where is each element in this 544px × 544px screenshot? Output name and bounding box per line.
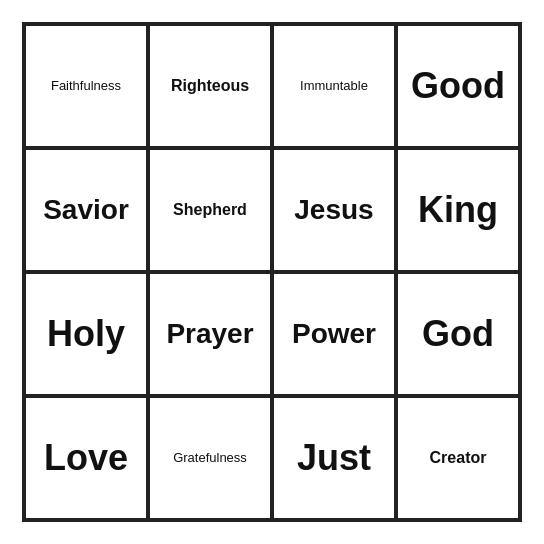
cell-r1c3: King bbox=[396, 148, 520, 272]
cell-r0c0: Faithfulness bbox=[24, 24, 148, 148]
cell-text-r3c2: Just bbox=[297, 438, 371, 478]
cell-text-r1c0: Savior bbox=[43, 195, 129, 226]
cell-r3c3: Creator bbox=[396, 396, 520, 520]
cell-text-r1c3: King bbox=[418, 190, 498, 230]
cell-r1c0: Savior bbox=[24, 148, 148, 272]
cell-r0c2: Immuntable bbox=[272, 24, 396, 148]
cell-r2c2: Power bbox=[272, 272, 396, 396]
cell-text-r2c1: Prayer bbox=[166, 319, 253, 350]
cell-text-r3c1: Gratefulness bbox=[173, 451, 247, 465]
cell-r2c3: God bbox=[396, 272, 520, 396]
cell-text-r1c1: Shepherd bbox=[173, 201, 247, 219]
bingo-grid: FaithfulnessRighteousImmuntableGoodSavio… bbox=[22, 22, 522, 522]
cell-r0c3: Good bbox=[396, 24, 520, 148]
cell-text-r2c2: Power bbox=[292, 319, 376, 350]
cell-r1c2: Jesus bbox=[272, 148, 396, 272]
cell-text-r0c3: Good bbox=[411, 66, 505, 106]
cell-r3c2: Just bbox=[272, 396, 396, 520]
cell-text-r0c2: Immuntable bbox=[300, 79, 368, 93]
cell-text-r2c3: God bbox=[422, 314, 494, 354]
cell-text-r3c3: Creator bbox=[430, 449, 487, 467]
cell-r1c1: Shepherd bbox=[148, 148, 272, 272]
cell-text-r1c2: Jesus bbox=[294, 195, 373, 226]
cell-r2c1: Prayer bbox=[148, 272, 272, 396]
cell-r3c0: Love bbox=[24, 396, 148, 520]
cell-text-r2c0: Holy bbox=[47, 314, 125, 354]
cell-r2c0: Holy bbox=[24, 272, 148, 396]
cell-text-r0c1: Righteous bbox=[171, 77, 249, 95]
cell-r3c1: Gratefulness bbox=[148, 396, 272, 520]
cell-r0c1: Righteous bbox=[148, 24, 272, 148]
cell-text-r3c0: Love bbox=[44, 438, 128, 478]
cell-text-r0c0: Faithfulness bbox=[51, 79, 121, 93]
